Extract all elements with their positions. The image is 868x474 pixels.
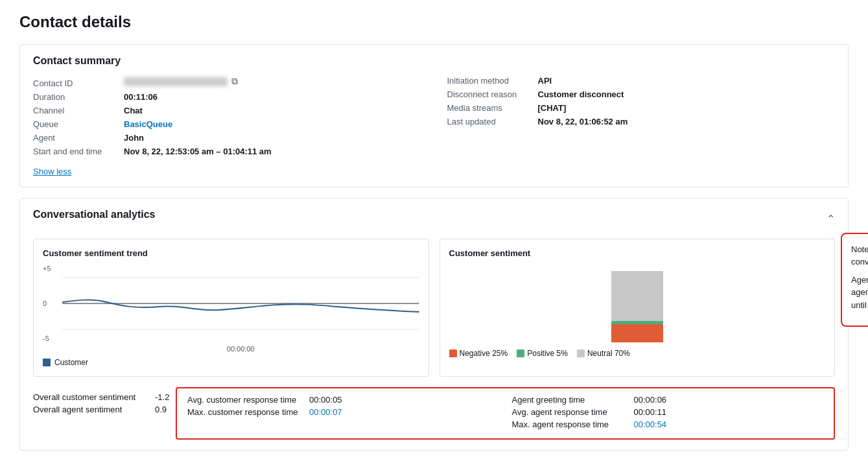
overall-customer-sentiment-item: Overall customer sentiment -1.2	[33, 392, 176, 402]
label-channel: Channel	[33, 106, 117, 115]
label-agent: Agent	[33, 133, 117, 143]
y-min: -5	[43, 335, 51, 342]
agent-greeting-item: Agent greeting time 00:00:06	[512, 395, 824, 405]
label-media-streams: Media streams	[447, 103, 532, 113]
field-contact-id: Contact ID ⧉	[33, 76, 421, 88]
callout-text2: Agent greeting time = after the agent jo…	[851, 274, 868, 312]
value-initiation-method: API	[538, 76, 552, 86]
dot-neutral	[577, 350, 585, 357]
dot-positive	[517, 350, 524, 357]
sentiment-bar-container	[449, 265, 826, 342]
customer-sentiment-title: Customer sentiment	[449, 248, 826, 258]
legend-positive: Positive 5%	[517, 349, 568, 358]
negative-bar	[611, 324, 663, 342]
sentiment-legend: Negative 25% Positive 5% Neutral 70%	[449, 349, 826, 358]
y-axis: +5 0 -5	[43, 265, 51, 342]
value-agent: John	[124, 133, 144, 143]
field-queue: Queue BasicQueue	[33, 119, 421, 129]
contact-id-blur	[124, 77, 228, 86]
value-duration: 00:11:06	[124, 92, 158, 102]
label-neutral: Neutral 70%	[587, 349, 630, 358]
max-agent-response-value[interactable]: 00:00:54	[634, 420, 667, 429]
copy-icon[interactable]: ⧉	[231, 76, 238, 87]
field-channel: Channel Chat	[33, 106, 421, 115]
neutral-bar	[611, 271, 663, 321]
avg-agent-response-value: 00:00:11	[634, 407, 667, 417]
value-queue[interactable]: BasicQueue	[124, 119, 172, 129]
callout-box: Note the metrics for chat conversations.…	[841, 233, 868, 327]
sentiment-trend-title: Customer sentiment trend	[43, 248, 419, 258]
legend-dot-customer	[43, 359, 51, 366]
callout-text1: Note the metrics for chat conversations.…	[851, 243, 868, 268]
show-less-link[interactable]: Show less	[33, 167, 71, 176]
contact-summary-right: Initiation method API Disconnect reason …	[447, 76, 836, 160]
contact-summary-title: Contact summary	[33, 55, 835, 67]
label-initiation-method: Initiation method	[447, 76, 532, 86]
label-disconnect-reason: Disconnect reason	[447, 89, 532, 99]
sentiment-trend-chart: Customer sentiment trend +5 0 -5	[33, 239, 429, 377]
label-queue: Queue	[33, 119, 117, 129]
charts-row: Customer sentiment trend +5 0 -5	[33, 239, 835, 377]
max-customer-response-item: Max. customer response time 00:00:07	[187, 407, 499, 417]
value-start-end-time: Nov 8, 22, 12:53:05 am – 01:04:11 am	[124, 147, 272, 156]
overall-agent-sentiment-item: Overall agent sentiment 0.9	[33, 405, 176, 414]
overall-agent-sentiment-value: 0.9	[155, 405, 167, 414]
analytics-header: Conversational analytics ⌃	[33, 209, 835, 230]
label-last-updated: Last updated	[447, 117, 532, 126]
agent-metrics: Agent greeting time 00:00:06 Avg. agent …	[512, 395, 824, 432]
field-start-end-time: Start and end time Nov 8, 22, 12:53:05 a…	[33, 147, 421, 156]
customer-response-metrics: Avg. customer response time 00:00:05 Max…	[187, 395, 499, 432]
avg-customer-response-item: Avg. customer response time 00:00:05	[187, 395, 499, 405]
legend-neutral: Neutral 70%	[577, 349, 630, 358]
analytics-title: Conversational analytics	[33, 209, 156, 220]
conversational-analytics-section: Conversational analytics ⌃ Customer sent…	[19, 198, 849, 451]
overall-agent-sentiment-label: Overall agent sentiment	[33, 405, 150, 414]
contact-summary-grid: Contact ID ⧉ Duration 00:11:06 Channel C…	[33, 76, 835, 160]
trend-svg-container	[62, 265, 419, 342]
field-disconnect-reason: Disconnect reason Customer disconnect	[447, 89, 836, 99]
x-axis-label: 00:00:00	[62, 345, 419, 353]
max-customer-response-label: Max. customer response time	[187, 407, 304, 417]
contact-id-wrapper: ⧉	[124, 76, 238, 87]
avg-customer-response-value: 00:00:05	[309, 395, 342, 405]
y-max: +5	[43, 265, 51, 272]
sentiment-trend-area: +5 0 -5	[43, 265, 419, 342]
field-agent: Agent John	[33, 133, 421, 143]
customer-sentiment-chart: Customer sentiment Negative 25% Positive…	[440, 239, 836, 377]
label-positive: Positive 5%	[527, 349, 568, 358]
metrics-row: Overall customer sentiment -1.2 Overall …	[33, 387, 835, 440]
overall-customer-sentiment-label: Overall customer sentiment	[33, 392, 150, 402]
label-contact-id: Contact ID	[33, 78, 117, 88]
contact-summary-left: Contact ID ⧉ Duration 00:11:06 Channel C…	[33, 76, 421, 160]
overall-metrics: Overall customer sentiment -1.2 Overall …	[33, 387, 176, 440]
avg-agent-response-item: Avg. agent response time 00:00:11	[512, 407, 824, 417]
field-initiation-method: Initiation method API	[447, 76, 836, 86]
response-metrics-box: Avg. customer response time 00:00:05 Max…	[176, 387, 835, 440]
avg-agent-response-label: Avg. agent response time	[512, 407, 629, 417]
agent-greeting-label: Agent greeting time	[512, 395, 629, 405]
y-mid: 0	[43, 300, 51, 307]
sentiment-bar-stack	[611, 271, 663, 342]
value-last-updated: Nov 8, 22, 01:06:52 am	[538, 117, 628, 126]
label-negative: Negative 25%	[460, 349, 508, 358]
page-title: Contact details	[19, 13, 849, 31]
value-channel: Chat	[124, 106, 143, 115]
max-agent-response-label: Max. agent response time	[512, 420, 629, 429]
collapse-icon[interactable]: ⌃	[827, 213, 835, 225]
trend-svg	[62, 265, 419, 342]
max-customer-response-value[interactable]: 00:00:07	[309, 407, 342, 417]
label-start-end-time: Start and end time	[33, 147, 117, 156]
trend-legend: Customer	[43, 358, 419, 367]
field-duration: Duration 00:11:06	[33, 92, 421, 102]
label-duration: Duration	[33, 92, 117, 102]
value-media-streams: [CHAT]	[538, 103, 567, 113]
agent-greeting-value: 00:00:06	[634, 395, 667, 405]
contact-summary-section: Contact summary Contact ID ⧉ Duration 00…	[19, 44, 849, 187]
legend-negative: Negative 25%	[449, 349, 508, 358]
overall-customer-sentiment-value: -1.2	[155, 392, 169, 402]
legend-label-customer: Customer	[54, 358, 88, 367]
dot-negative	[449, 350, 457, 357]
field-last-updated: Last updated Nov 8, 22, 01:06:52 am	[447, 117, 836, 126]
avg-customer-response-label: Avg. customer response time	[187, 395, 304, 405]
value-disconnect-reason: Customer disconnect	[538, 89, 624, 99]
